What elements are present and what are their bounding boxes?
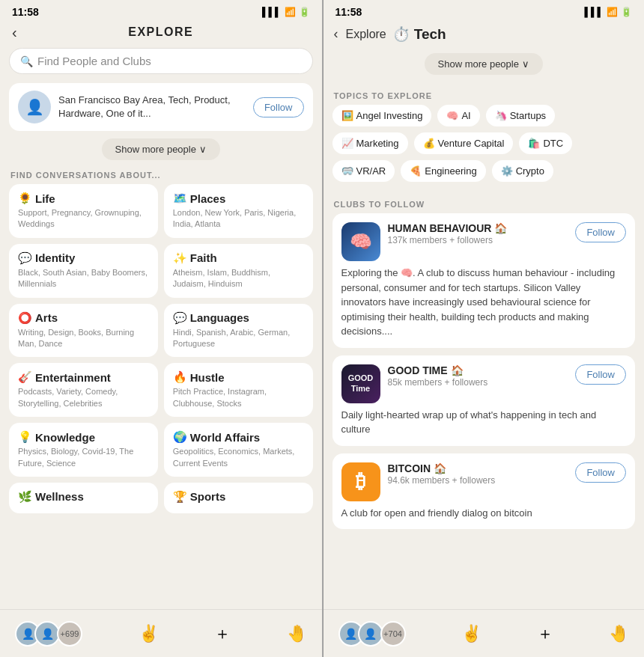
topic-vc[interactable]: 💰 Venture Capital <box>414 132 514 154</box>
category-identity[interactable]: 💬 Identity Black, South Asian, Baby Boom… <box>9 244 158 298</box>
club-logo-goodtime: GOODTime <box>341 364 380 403</box>
cat-sub-faith: Atheism, Islam, Buddhism, Judaism, Hindu… <box>173 267 304 290</box>
wifi-icon: 📶 <box>285 7 296 17</box>
angel-emoji: 🖼️ <box>341 110 353 121</box>
category-hustle[interactable]: 🔥 Hustle Pitch Practice, Instagram, Club… <box>164 363 313 417</box>
hand-icon-right[interactable]: 🤚 <box>609 624 629 644</box>
cat-title-life: 🌻 Life <box>18 192 149 205</box>
club-card-goodtime: GOODTime GOOD TIME 🏠 85k members + follo… <box>332 355 636 446</box>
club-members-goodtime: 85k members + followers <box>388 377 568 388</box>
entertainment-emoji: 🎸 <box>18 370 32 384</box>
show-more-label: Show more people <box>115 144 196 155</box>
ai-emoji: 🧠 <box>446 110 458 121</box>
cat-sub-knowledge: Physics, Biology, Covid-19, The Future, … <box>18 446 149 469</box>
hand-icon-left[interactable]: 🤚 <box>287 624 307 644</box>
peace-icon-right[interactable]: ✌️ <box>461 624 482 644</box>
category-knowledge[interactable]: 💡 Knowledge Physics, Biology, Covid-19, … <box>9 423 158 477</box>
engineering-emoji: 🍕 <box>410 165 422 177</box>
club-header-bitcoin: ₿ BITCOIN 🏠 94.6k members + followers Fo… <box>341 462 627 501</box>
category-wellness[interactable]: 🌿 Wellness <box>9 483 158 513</box>
category-languages[interactable]: 💬 Languages Hindi, Spanish, Arabic, Germ… <box>164 304 313 358</box>
status-bar-left: 11:58 ▌▌▌ 📶 🔋 <box>0 0 322 21</box>
category-sports[interactable]: 🏆 Sports <box>164 483 313 513</box>
topic-crypto[interactable]: ⚙️ Crypto <box>492 160 553 182</box>
chevron-down-icon-right: ∨ <box>522 58 529 70</box>
person-info: San Francisco Bay Area, Tech, Product, H… <box>58 94 246 120</box>
topic-vrar[interactable]: 🥽 VR/AR <box>332 160 395 182</box>
peace-icon-left[interactable]: ✌️ <box>139 624 159 644</box>
bottom-bar-right: 👤 👤 +704 ✌️ ＋ 🤚 <box>323 609 645 657</box>
marketing-emoji: 📈 <box>341 138 353 149</box>
status-icons-right: ▌▌▌ 📶 🔋 <box>584 7 632 17</box>
club-members-bitcoin: 94.6k members + followers <box>388 475 568 486</box>
cat-sub-life: Support, Pregnancy, Grownuping, Weddings <box>18 207 149 230</box>
identity-emoji: 💬 <box>18 251 32 265</box>
bottom-bar-left: 👤 👤 +699 ✌️ ＋ 🤚 <box>0 609 322 657</box>
house-icon-human: 🏠 <box>494 222 507 234</box>
search-bar[interactable]: 🔍 Find People and Clubs <box>9 48 313 74</box>
show-more-people-button[interactable]: Show more people ∨ <box>102 138 220 160</box>
find-section-title: FIND CONVERSATIONS ABOUT... <box>0 163 322 184</box>
right-scroll-content: TOPICS TO EXPLORE 🖼️ Angel Investing 🧠 A… <box>323 84 645 657</box>
show-more-people-button-right[interactable]: Show more people ∨ <box>425 53 543 75</box>
add-icon-left[interactable]: ＋ <box>214 623 231 645</box>
category-entertainment[interactable]: 🎸 Entertainment Podcasts, Variety, Comed… <box>9 363 158 417</box>
category-grid: 🌻 Life Support, Pregnancy, Grownuping, W… <box>0 184 322 513</box>
page-title-right: ⏱️ Tech <box>392 25 446 43</box>
languages-emoji: 💬 <box>173 311 187 325</box>
club-meta-goodtime: GOOD TIME 🏠 85k members + followers <box>388 364 568 388</box>
cat-title-hustle: 🔥 Hustle <box>173 370 304 384</box>
right-panel: 11:58 ▌▌▌ 📶 🔋 ‹ Explore ⏱️ Tech Show mor… <box>323 0 645 657</box>
club-name-bitcoin: BITCOIN 🏠 <box>388 462 568 474</box>
category-arts[interactable]: ⭕ Arts Writing, Design, Books, Burning M… <box>9 304 158 358</box>
places-emoji: 🗺️ <box>173 192 187 205</box>
battery-icon: 🔋 <box>299 7 310 17</box>
topic-dtc[interactable]: 🛍️ DTC <box>519 132 572 154</box>
topic-angel-investing[interactable]: 🖼️ Angel Investing <box>332 105 432 126</box>
topic-startups[interactable]: 🦄 Startups <box>486 105 555 126</box>
time-left: 11:58 <box>12 6 39 18</box>
club-name-goodtime: GOOD TIME 🏠 <box>388 364 568 376</box>
house-icon-bitcoin: 🏠 <box>434 462 446 474</box>
clubs-section: 🧠 HUMAN BEHAVIOUR 🏠 137k members + follo… <box>323 213 645 537</box>
bottom-avatars-left: 👤 👤 +699 <box>15 621 82 647</box>
back-button-left[interactable]: ‹ <box>12 24 17 41</box>
cat-title-faith: ✨ Faith <box>173 251 304 265</box>
cat-title-arts: ⭕ Arts <box>18 311 149 325</box>
category-world-affairs[interactable]: 🌍 World Affairs Geopolitics, Economics, … <box>164 423 313 477</box>
club-header-human: 🧠 HUMAN BEHAVIOUR 🏠 137k members + follo… <box>341 222 627 261</box>
search-placeholder: Find People and Clubs <box>37 55 151 67</box>
follow-button-goodtime[interactable]: Follow <box>575 364 626 385</box>
cat-title-sports: 🏆 Sports <box>173 490 304 504</box>
club-desc-human: Exploring the 🧠. A club to discuss human… <box>341 266 627 339</box>
chevron-down-icon: ∨ <box>199 144 207 155</box>
follow-button-bitcoin[interactable]: Follow <box>575 462 626 483</box>
topic-engineering[interactable]: 🍕 Engineering <box>401 160 485 182</box>
cat-sub-hustle: Pitch Practice, Instagram, Clubhouse, St… <box>173 386 304 409</box>
add-icon-right[interactable]: ＋ <box>537 623 553 645</box>
topic-ai[interactable]: 🧠 AI <box>437 105 479 126</box>
club-logo-bitcoin: ₿ <box>341 462 380 501</box>
timer-icon: ⏱️ <box>392 25 410 43</box>
explore-breadcrumb[interactable]: Explore <box>346 28 386 41</box>
cat-sub-identity: Black, South Asian, Baby Boomers, Millen… <box>18 267 149 290</box>
category-faith[interactable]: ✨ Faith Atheism, Islam, Buddhism, Judais… <box>164 244 313 298</box>
wellness-emoji: 🌿 <box>18 490 32 504</box>
topic-marketing[interactable]: 📈 Marketing <box>332 132 408 154</box>
startups-emoji: 🦄 <box>495 110 507 121</box>
category-places[interactable]: 🗺️ Places London, New York, Paris, Niger… <box>164 184 313 238</box>
back-button-right[interactable]: ‹ <box>334 26 338 42</box>
category-life[interactable]: 🌻 Life Support, Pregnancy, Grownuping, W… <box>9 184 158 238</box>
world-emoji: 🌍 <box>173 430 187 444</box>
follow-button-human[interactable]: Follow <box>575 222 626 242</box>
club-meta-human: HUMAN BEHAVIOUR 🏠 137k members + followe… <box>388 222 568 245</box>
show-more-right-container: Show more people ∨ <box>323 50 645 78</box>
hustle-emoji: 🔥 <box>173 370 187 384</box>
cat-title-identity: 💬 Identity <box>18 251 149 265</box>
topics-section-title: TOPICS TO EXPLORE <box>323 84 645 105</box>
follow-button-person[interactable]: Follow <box>253 97 304 117</box>
nav-bar-right: ‹ Explore ⏱️ Tech <box>323 21 645 47</box>
club-desc-bitcoin: A club for open and friendly dialog on b… <box>341 506 627 521</box>
cat-title-entertainment: 🎸 Entertainment <box>18 370 149 384</box>
cat-title-languages: 💬 Languages <box>173 311 304 325</box>
